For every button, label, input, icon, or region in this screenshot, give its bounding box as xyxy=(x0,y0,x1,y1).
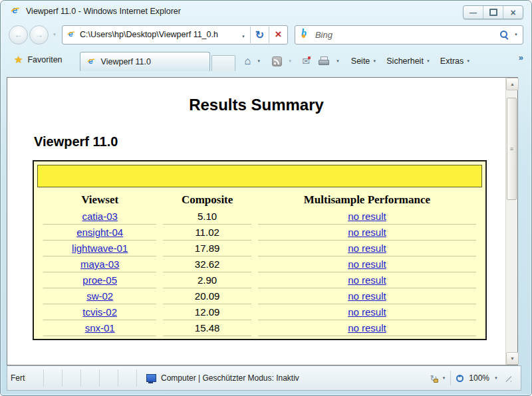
viewset-link[interactable]: lightwave-01 xyxy=(72,243,128,254)
new-tab-button[interactable] xyxy=(211,55,235,71)
feed-dropdown[interactable]: ▼ xyxy=(288,59,292,63)
thumb-grip-icon: ≡ xyxy=(510,146,513,152)
sicherheit-label: Sicherheit xyxy=(386,56,424,66)
status-segment xyxy=(63,369,81,387)
viewset-link[interactable]: ensight-04 xyxy=(76,227,123,238)
multisample-link[interactable]: no result xyxy=(348,322,386,334)
close-button[interactable]: × xyxy=(503,6,523,19)
multisample-link[interactable]: no result xyxy=(348,243,386,254)
resize-grip[interactable] xyxy=(504,375,511,382)
command-bar: ⌂ ▼ ▼ ✉ ▼ Seite ▼ Sicherheit ▼ Extras ▼ xyxy=(245,56,525,66)
table-row: tcvis-02 12.09 no result xyxy=(43,304,476,320)
divider xyxy=(450,371,451,385)
multisample-link[interactable]: no result xyxy=(348,211,386,222)
zoom-level[interactable]: 100% xyxy=(469,373,489,383)
scroll-down-icon: ▼ xyxy=(510,356,515,361)
composite-value: 12.09 xyxy=(163,304,251,320)
scroll-up-button[interactable]: ▲ xyxy=(506,78,519,90)
protected-mode-icon[interactable]: ↻ xyxy=(430,374,437,383)
search-icon[interactable] xyxy=(499,30,509,39)
page-subtitle: Viewperf 11.0 xyxy=(34,134,505,149)
minimize-icon: — xyxy=(469,9,477,17)
table-header-row: Viewset Composite Multisample Performanc… xyxy=(43,189,476,209)
menu-extras[interactable]: Extras ▼ xyxy=(440,56,470,66)
chevron-down-icon: ▼ xyxy=(372,59,376,63)
multisample-link[interactable]: no result xyxy=(348,258,386,270)
toolbar-overflow-button[interactable]: » xyxy=(519,52,523,62)
table-row: lightwave-01 17.89 no result xyxy=(43,241,476,256)
zoom-dropdown[interactable]: ▼ xyxy=(494,376,498,380)
stop-button[interactable]: × xyxy=(269,27,287,43)
forward-button[interactable]: → xyxy=(29,25,49,45)
search-box[interactable]: Bing ▼ xyxy=(295,25,523,45)
search-input[interactable]: Bing xyxy=(315,30,499,40)
history-dropdown[interactable]: ▼ xyxy=(53,33,57,37)
window-title: Viewperf 11.0 - Windows Internet Explore… xyxy=(26,7,181,16)
viewset-link[interactable]: catia-03 xyxy=(82,211,117,222)
tab-title: Viewperf 11.0 xyxy=(101,57,151,66)
navigation-bar: ← → ▼ C:\Users\hp\Desktop\Viewperf 11_0.… xyxy=(1,22,531,49)
forward-icon: → xyxy=(35,30,43,40)
viewset-link[interactable]: snx-01 xyxy=(85,322,115,334)
multisample-link[interactable]: no result xyxy=(348,306,386,318)
print-button[interactable] xyxy=(319,56,330,66)
tab-viewperf[interactable]: Viewperf 11.0 xyxy=(80,52,210,71)
scroll-up-icon: ▲ xyxy=(510,82,515,86)
browser-window: Viewperf 11.0 - Windows Internet Explore… xyxy=(0,0,532,396)
composite-value: 11.02 xyxy=(163,225,251,241)
page-title: Results Summary xyxy=(7,96,505,114)
menu-seite[interactable]: Seite ▼ xyxy=(351,56,376,66)
status-bar: Fertig Computer | Geschützter Modus: Ina… xyxy=(7,365,521,391)
browser-viewport: Results Summary Viewperf 11.0 Viewset Co… xyxy=(7,77,518,365)
menu-sicherheit[interactable]: Sicherheit ▼ xyxy=(386,56,430,66)
status-segment xyxy=(81,369,100,387)
refresh-button[interactable]: ↻ xyxy=(251,27,269,43)
viewset-link[interactable]: sw-02 xyxy=(86,290,113,302)
composite-value: 17.89 xyxy=(163,241,251,256)
search-options-dropdown[interactable]: ▼ xyxy=(514,33,518,37)
maximize-icon xyxy=(489,9,497,16)
back-button[interactable]: ← xyxy=(9,25,28,45)
vertical-scrollbar[interactable]: ▲ ≡ ▼ xyxy=(505,78,517,365)
favorites-button[interactable]: ★ Favoriten xyxy=(7,51,69,68)
address-input[interactable]: C:\Users\hp\Desktop\Viewperf 11_0.h xyxy=(78,30,237,39)
viewset-link[interactable]: maya-03 xyxy=(80,258,119,270)
results-table: Viewset Composite Multisample Performanc… xyxy=(37,189,483,336)
zoom-icon[interactable] xyxy=(456,374,464,383)
status-ready-text: Fertig xyxy=(7,373,25,383)
table-row: maya-03 32.62 no result xyxy=(43,256,476,272)
column-header-composite: Composite xyxy=(163,189,251,209)
viewset-link[interactable]: proe-05 xyxy=(82,274,117,286)
stop-icon: × xyxy=(275,28,281,41)
multisample-link[interactable]: no result xyxy=(348,227,386,238)
mail-icon[interactable]: ✉ xyxy=(302,56,310,66)
minimize-button[interactable]: — xyxy=(464,6,483,19)
home-dropdown[interactable]: ▼ xyxy=(257,59,261,63)
computer-icon xyxy=(146,374,156,382)
status-segment xyxy=(44,369,63,387)
status-segment xyxy=(100,369,118,387)
status-segment xyxy=(25,369,44,387)
bing-logo-icon xyxy=(300,29,311,40)
address-dropdown[interactable]: ▼ xyxy=(237,29,250,41)
table-row: ensight-04 11.02 no result xyxy=(43,225,476,241)
composite-value: 2.90 xyxy=(163,272,251,288)
multisample-link[interactable]: no result xyxy=(348,274,386,286)
close-icon: × xyxy=(510,7,515,18)
viewset-link[interactable]: tcvis-02 xyxy=(82,306,117,318)
security-zone: Computer | Geschützter Modus: Inaktiv xyxy=(146,373,299,383)
table-row: snx-01 15.48 no result xyxy=(43,320,476,336)
window-controls: — × xyxy=(463,5,523,19)
favorites-label: Favoriten xyxy=(27,55,62,64)
maximize-button[interactable] xyxy=(483,6,503,19)
star-icon: ★ xyxy=(14,54,23,66)
table-row: proe-05 2.90 no result xyxy=(43,272,476,288)
scroll-down-button[interactable]: ▼ xyxy=(506,352,519,365)
home-button[interactable]: ⌂ xyxy=(245,56,251,66)
print-dropdown[interactable]: ▼ xyxy=(336,59,340,63)
scrollbar-thumb[interactable]: ≡ xyxy=(507,98,517,200)
multisample-link[interactable]: no result xyxy=(348,290,386,302)
protected-mode-dropdown[interactable]: ▼ xyxy=(442,376,446,380)
table-banner xyxy=(37,165,482,187)
feed-icon[interactable] xyxy=(272,56,282,66)
